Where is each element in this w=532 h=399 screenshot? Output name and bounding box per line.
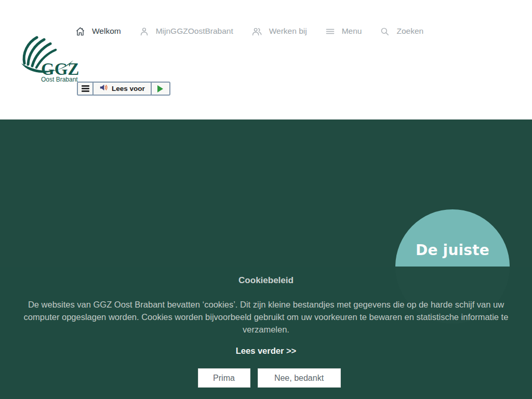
site-header: GGZ Oost Brabant Welkom MijnGGZ [0,0,532,119]
cookie-banner-buttons: Prima Nee, bedankt [0,368,532,388]
nav-item-zoeken[interactable]: Zoeken [380,26,423,36]
readspeaker-listen-button[interactable]: Lees voor [94,83,151,95]
nav-label: MijnGGZOostBrabant [156,26,233,36]
nav-item-werken-bij[interactable]: Werken bij [251,26,307,36]
cookie-banner: Cookiebeleid De websites van GGZ Oost Br… [0,267,532,399]
user-icon [139,26,149,36]
cookie-read-more-link[interactable]: Lees verder >> [0,346,532,356]
readspeaker-menu-button[interactable] [78,83,94,95]
nav-item-welkom[interactable]: Welkom [75,26,121,36]
nav-label: Welkom [92,26,121,36]
ggz-logo[interactable]: GGZ Oost Brabant [17,34,83,84]
cookie-decline-button[interactable]: Nee, bedankt [258,368,341,388]
play-icon [157,85,163,92]
nav-label: Zoeken [396,26,423,36]
home-icon [75,26,85,36]
menu-icon [325,26,335,36]
nav-label: Werken bij [269,26,307,36]
svg-text:Oost Brabant: Oost Brabant [41,76,78,83]
cookie-banner-body: De websites van GGZ Oost Brabant bevatte… [23,298,509,336]
cookie-accept-button[interactable]: Prima [198,368,250,388]
hero-circle-text: De juiste [395,242,510,259]
main-navigation: Welkom MijnGGZOostBrabant Werken bij [75,24,423,38]
nav-item-menu[interactable]: Menu [325,26,362,36]
search-icon [380,26,390,36]
readspeaker-play-button[interactable] [151,83,169,95]
speaker-icon [99,84,108,94]
ggz-logo-graphic: GGZ Oost Brabant [17,34,83,84]
nav-label: Menu [342,26,362,36]
readspeaker-label: Lees voor [112,85,145,92]
readspeaker-widget: Lees voor [77,82,170,96]
cookie-banner-title: Cookiebeleid [0,275,532,286]
nav-item-mijnggzoostbrabant[interactable]: MijnGGZOostBrabant [139,26,233,36]
users-icon [251,26,262,36]
